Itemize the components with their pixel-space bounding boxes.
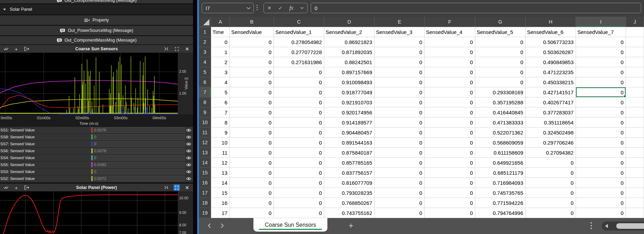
cell-D5[interactable]: 0.897157669	[324, 67, 375, 77]
cell-H13[interactable]: 0.27094382	[526, 148, 576, 158]
cell-D16[interactable]: 0.816077709	[324, 178, 375, 188]
cell-H7[interactable]: 0.427141517	[526, 87, 576, 97]
column-header-I[interactable]: I	[576, 17, 626, 27]
add-icon[interactable]: +	[13, 46, 19, 52]
cell-C16[interactable]: 0	[274, 178, 324, 188]
cell-B2[interactable]: 0	[230, 37, 274, 47]
cell-D19[interactable]: 0.743755162	[324, 208, 375, 218]
double-check-icon[interactable]	[3, 184, 9, 191]
insert-function-icon[interactable]: fx	[289, 5, 293, 11]
select-all-corner[interactable]	[199, 17, 211, 27]
row-header-14[interactable]: 14	[199, 158, 211, 168]
row-header-2[interactable]: 2	[199, 37, 211, 47]
cell-G5[interactable]: 0	[475, 67, 526, 77]
cell-H14[interactable]: 0	[526, 158, 576, 168]
cell-G8[interactable]: 0.357195288	[475, 97, 526, 107]
cell-B4[interactable]: 0	[230, 57, 274, 67]
row-header-8[interactable]: 8	[199, 97, 211, 107]
cell-G6[interactable]: 0	[475, 77, 526, 87]
cell-E1[interactable]: SensedValue_3	[375, 27, 425, 37]
cell-G10[interactable]: 0.471383333	[475, 118, 526, 128]
confirm-entry-icon[interactable]: ✓	[278, 5, 283, 11]
cell-G9[interactable]: 0.416440845	[475, 107, 526, 118]
cell-A14[interactable]: 12	[211, 158, 230, 168]
cell-B15[interactable]: 0	[230, 168, 274, 178]
cell-A19[interactable]: 17	[211, 208, 230, 218]
chevron-down-icon[interactable]	[246, 7, 251, 9]
cell-D17[interactable]: 0.793028235	[324, 188, 375, 198]
cell-C9[interactable]: 0	[274, 107, 324, 118]
cell-E15[interactable]: 0	[375, 168, 425, 178]
row-header-10[interactable]: 10	[199, 118, 211, 128]
cell-B5[interactable]: 0	[230, 67, 274, 77]
cell-B12[interactable]: 0	[230, 138, 274, 148]
cell-I13[interactable]: 0	[576, 148, 626, 158]
row-header-6[interactable]: 6	[199, 77, 211, 87]
cell-F17[interactable]: 0	[425, 188, 475, 198]
cell-C10[interactable]: 0	[274, 118, 324, 128]
cell-B17[interactable]: 0	[230, 188, 274, 198]
cell-D9[interactable]: 0.920174956	[324, 107, 375, 118]
cell-E5[interactable]: 0	[375, 67, 425, 77]
cell-I16[interactable]: 0	[576, 178, 626, 188]
cell-E14[interactable]: 0	[375, 158, 425, 168]
close-icon[interactable]: ✕	[184, 46, 190, 52]
cell-F7[interactable]: 0	[425, 87, 475, 97]
cell-D7[interactable]: 0.918777049	[324, 87, 375, 97]
cell-J13[interactable]	[626, 148, 644, 158]
scrollbar-thumb[interactable]	[616, 223, 644, 229]
cell-H12[interactable]: 0.297706246	[526, 138, 576, 148]
add-icon[interactable]: +	[13, 184, 19, 191]
cell-D15[interactable]: 0.837756157	[324, 168, 375, 178]
export-icon[interactable]	[24, 184, 30, 191]
cell-D14[interactable]: 0.857785165	[324, 158, 375, 168]
cell-I15[interactable]: 0	[576, 168, 626, 178]
cell-D18[interactable]: 0.768850267	[324, 198, 375, 208]
cell-H10[interactable]: 0.351118654	[526, 118, 576, 128]
cell-J15[interactable]	[626, 168, 644, 178]
cell-J19[interactable]	[626, 208, 644, 218]
row-header-19[interactable]: 19	[199, 208, 211, 218]
horizontal-scrollbar[interactable]	[602, 222, 644, 231]
cell-C17[interactable]: 0	[274, 188, 324, 198]
column-header-C[interactable]: C	[274, 17, 324, 27]
cell-H3[interactable]: 0.503626287	[526, 47, 576, 57]
sheet-list-menu-icon[interactable]	[591, 222, 592, 229]
cell-H18[interactable]: 0	[526, 198, 576, 208]
cell-D2[interactable]: 0.86921823	[324, 37, 375, 47]
column-header-G[interactable]: G	[475, 17, 526, 27]
cell-A1[interactable]: Time	[211, 27, 230, 37]
add-sheet-button[interactable]: +	[346, 221, 356, 231]
cell-E13[interactable]: 0	[375, 148, 425, 158]
visibility-eye-icon[interactable]	[186, 156, 191, 160]
cell-A13[interactable]: 11	[211, 148, 230, 158]
formula-input[interactable]: 0	[311, 3, 641, 13]
cell-J8[interactable]	[626, 97, 644, 107]
legend-row[interactable]: SS7: Sensed Value0	[0, 141, 193, 148]
cell-B11[interactable]: 0	[230, 128, 274, 138]
cell-G17[interactable]: 0.745735765	[475, 188, 526, 198]
cell-B18[interactable]: 0	[230, 198, 274, 208]
cell-I4[interactable]: 0	[576, 57, 626, 67]
cell-D12[interactable]: 0.891544163	[324, 138, 375, 148]
cell-J11[interactable]	[626, 128, 644, 138]
cell-E17[interactable]: 0	[375, 188, 425, 198]
row-header-18[interactable]: 18	[199, 198, 211, 208]
cell-G14[interactable]: 0.649921656	[475, 158, 526, 168]
cell-F18[interactable]: 0	[425, 198, 475, 208]
dock-right-icon[interactable]	[163, 46, 169, 52]
cell-J10[interactable]	[626, 118, 644, 128]
fullscreen-icon[interactable]	[174, 184, 180, 191]
cell-F13[interactable]: 0	[425, 148, 475, 158]
cell-H2[interactable]: 0.506773233	[526, 37, 576, 47]
visibility-eye-icon[interactable]	[186, 142, 191, 146]
cell-H15[interactable]: 0	[526, 168, 576, 178]
legend-row[interactable]: SS3: Sensed Value0	[0, 168, 193, 175]
cell-E3[interactable]: 0	[375, 47, 425, 57]
row-header-4[interactable]: 4	[199, 57, 211, 67]
column-header-B[interactable]: B	[230, 17, 274, 27]
legend-row[interactable]: SS4: Sensed Value0	[0, 155, 193, 162]
tree-item-componentmass-msg[interactable]: Out_ComponentMassMsg (Message)	[0, 36, 193, 44]
chevron-down-icon[interactable]	[300, 7, 304, 9]
cell-B19[interactable]: 0	[230, 208, 274, 218]
